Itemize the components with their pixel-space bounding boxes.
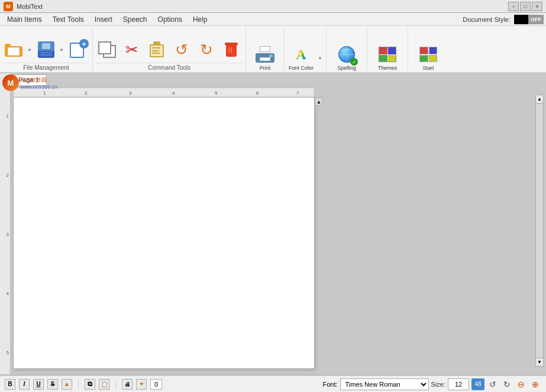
vertical-scrollbar[interactable]: ▲ ▼: [535, 95, 544, 367]
strikethrough-button[interactable]: S: [47, 379, 58, 390]
paste-icon: [147, 40, 166, 59]
font-area: Font: Times New Roman Arial Courier New …: [322, 378, 541, 390]
top-ruler-7: 7: [296, 90, 299, 96]
ruler-mark-4: 4: [7, 291, 9, 296]
status-special-button[interactable]: ✦: [136, 379, 147, 390]
menu-options[interactable]: Options: [153, 14, 187, 25]
print-button[interactable]: Print: [251, 45, 279, 71]
top-ruler-3: 3: [129, 90, 131, 96]
status-undo-button[interactable]: ↺: [487, 378, 499, 390]
menu-text-tools[interactable]: Text Tools: [48, 14, 89, 25]
menu-main-items[interactable]: Main Items: [2, 14, 47, 25]
doc-style-area: Document Style: OFF: [463, 15, 544, 24]
save-button[interactable]: [34, 37, 58, 63]
font-color-button[interactable]: A Font Color: [287, 45, 315, 71]
minimize-button[interactable]: −: [508, 2, 519, 11]
start-icon: [419, 45, 438, 64]
bold-button[interactable]: B: [5, 379, 15, 390]
title-bar: M MobiText − □ ×: [0, 0, 546, 13]
copy-button[interactable]: [95, 37, 119, 63]
page-1-tab[interactable]: Page 1: [11, 74, 47, 85]
themes-button[interactable]: Themes: [372, 45, 403, 71]
status-minus-button[interactable]: ⊖: [515, 378, 527, 390]
font-selector[interactable]: Times New Roman Arial Courier New: [340, 378, 429, 390]
character-counter: 0: [150, 379, 162, 390]
save-icon: [37, 40, 56, 59]
file-open-icon: [5, 40, 24, 59]
ruler-mark-1: 1: [7, 114, 9, 119]
print-icon: [256, 45, 274, 64]
start-button[interactable]: Start: [413, 45, 444, 71]
cut-button[interactable]: ✂: [120, 37, 144, 63]
menu-speech[interactable]: Speech: [118, 14, 152, 25]
title-bar-left: M MobiText: [4, 2, 43, 11]
status-redo-button[interactable]: ↻: [501, 378, 513, 390]
main-area: M 河东软件园 www.nc0359.cn 1 2 3 4 5 Page 1 1…: [0, 73, 546, 374]
file-open-dropdown[interactable]: ▾: [26, 37, 33, 63]
underline-button[interactable]: U: [33, 379, 44, 390]
undo-icon: ↺: [172, 40, 191, 59]
top-ruler-4: 4: [172, 90, 175, 96]
counter-value: 0: [154, 381, 158, 388]
status-plus-button[interactable]: ⊕: [529, 378, 541, 390]
print-label: Print: [260, 65, 271, 71]
status-sep-1: [78, 380, 79, 389]
text-up-button[interactable]: ▲: [62, 379, 72, 390]
status-print-button[interactable]: 🖨: [122, 379, 133, 390]
italic-button[interactable]: I: [19, 379, 30, 390]
top-ruler: 1 2 3 4 5 6 7: [13, 88, 315, 97]
size-48-badge: 48: [471, 378, 484, 390]
scroll-up-arrow[interactable]: ▲: [536, 95, 543, 103]
page-wrapper: 1 2 3 4 5 6 7 ▲ ▲ ▼: [11, 85, 546, 374]
maximize-button[interactable]: □: [520, 2, 531, 11]
font-color-icon: A: [292, 45, 311, 64]
menu-bar: Main Items Text Tools Insert Speech Opti…: [0, 13, 546, 26]
scroll-down-arrow[interactable]: ▼: [536, 358, 543, 366]
ruler-mark-3: 3: [7, 232, 9, 237]
spelling-button[interactable]: ✓ Spelling: [331, 45, 362, 71]
menu-help[interactable]: Help: [188, 14, 212, 25]
status-paste-button[interactable]: 📋: [99, 379, 109, 390]
size-label: Size:: [431, 381, 445, 388]
save-dropdown[interactable]: ▾: [58, 37, 65, 63]
top-ruler-2: 2: [85, 90, 87, 96]
scroll-up-button[interactable]: ▲: [315, 98, 323, 106]
file-open-button[interactable]: [2, 37, 26, 63]
status-bar: B I U S ▲ ⧉ 📋 🖨 ✦ 0 Font: Times New Roma…: [0, 375, 546, 392]
document-container: Page 1 1 2 3 4 5 6 7 ▲ ▲ ▼: [11, 73, 546, 374]
status-sep-2: [115, 380, 116, 389]
page-content[interactable]: ▲: [13, 97, 315, 369]
copy-icon: [98, 40, 117, 59]
top-ruler-5: 5: [215, 90, 217, 96]
delete-button[interactable]: [219, 37, 243, 63]
doc-style-toggle[interactable]: OFF: [514, 15, 544, 24]
new-document-icon: +: [69, 40, 88, 59]
font-color-dropdown[interactable]: ▾: [316, 45, 324, 71]
title-text: MobiText: [17, 3, 43, 10]
top-ruler-1: 1: [43, 90, 46, 96]
file-management-label: File Management: [2, 63, 90, 71]
page-tab-area: Page 1: [11, 73, 546, 85]
font-size-input[interactable]: [448, 378, 469, 390]
new-document-button[interactable]: +: [66, 37, 90, 63]
themes-label: Themes: [378, 65, 398, 71]
start-label: Start: [422, 65, 434, 71]
command-tools-label: Command Tools: [95, 63, 243, 71]
status-copy-button[interactable]: ⧉: [85, 379, 95, 390]
left-ruler: 1 2 3 4 5: [0, 73, 11, 374]
undo-button[interactable]: ↺: [170, 37, 193, 63]
delete-icon: [222, 40, 241, 59]
themes-icon: [378, 45, 397, 64]
menu-insert[interactable]: Insert: [90, 14, 117, 25]
close-button[interactable]: ×: [532, 2, 542, 11]
redo-button[interactable]: ↻: [195, 37, 218, 63]
spelling-label: Spelling: [337, 65, 356, 71]
ruler-mark-5: 5: [7, 350, 9, 355]
ruler-mark-2: 2: [7, 173, 9, 178]
paste-button[interactable]: [145, 37, 169, 63]
toolbar: ▾ ▾: [0, 26, 546, 73]
toggle-off-label: OFF: [528, 15, 544, 24]
redo-icon: ↻: [197, 40, 216, 59]
toggle-black-square: [514, 15, 528, 24]
font-label: Font:: [322, 381, 337, 388]
